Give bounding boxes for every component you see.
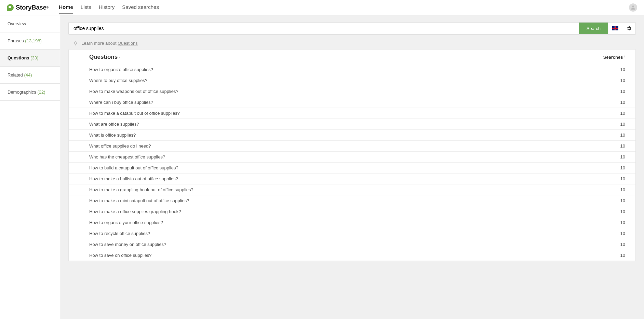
sidebar-item-label: Related bbox=[8, 72, 23, 78]
gear-icon bbox=[626, 26, 632, 31]
user-icon bbox=[630, 4, 636, 11]
sidebar-item-count: (22) bbox=[37, 89, 45, 95]
question-text: Who has the cheapest office supplies? bbox=[89, 154, 620, 160]
topbar: StoryBase® Home Lists History Saved sear… bbox=[0, 0, 644, 15]
sidebar-item-label: Overview bbox=[8, 21, 26, 26]
search-input[interactable] bbox=[69, 23, 579, 34]
question-text: How to organize office supplies? bbox=[89, 67, 620, 72]
sidebar-item-label: Phrases bbox=[8, 38, 24, 43]
table-row[interactable]: How to make a grappling hook out of offi… bbox=[69, 184, 635, 195]
table-row[interactable]: What is office supplies?10 bbox=[69, 130, 635, 141]
sidebar-item-count: (44) bbox=[24, 72, 32, 78]
sidebar-item-count: (33) bbox=[30, 55, 38, 60]
searches-header[interactable]: Searchesi bbox=[603, 55, 625, 60]
questions-panel: Questionsi Searchesi How to organize off… bbox=[68, 49, 636, 261]
table-row[interactable]: How to organize office supplies?10 bbox=[69, 64, 635, 75]
sidebar-item-overview[interactable]: Overview bbox=[0, 15, 60, 32]
question-text: How to make a ballista out of office sup… bbox=[89, 176, 620, 181]
panel-title: Questions bbox=[89, 54, 118, 60]
question-text: How to recycle office supplies? bbox=[89, 231, 620, 236]
sidebar-item-questions[interactable]: Questions (33) bbox=[0, 50, 60, 67]
sidebar-item-demographics[interactable]: Demographics (22) bbox=[0, 84, 60, 101]
table-row[interactable]: What are office supplies?10 bbox=[69, 119, 635, 130]
question-text: What is office supplies? bbox=[89, 133, 620, 138]
table-row[interactable]: Where to buy office supplies?10 bbox=[69, 75, 635, 86]
searches-value: 10 bbox=[620, 100, 625, 105]
searches-value: 10 bbox=[620, 220, 625, 225]
searches-value: 10 bbox=[620, 198, 625, 203]
question-text: What office supplies do i need? bbox=[89, 143, 620, 149]
searches-value: 10 bbox=[620, 122, 625, 127]
nav-lists[interactable]: Lists bbox=[81, 1, 91, 14]
table-row[interactable]: Who has the cheapest office supplies?10 bbox=[69, 152, 635, 163]
searches-value: 10 bbox=[620, 67, 625, 72]
question-text: How to make a mini catapult out of offic… bbox=[89, 198, 620, 203]
question-text: How to make a catapult out of office sup… bbox=[89, 111, 620, 116]
question-text: How to organize your office supplies? bbox=[89, 220, 620, 225]
question-text: Where can i buy office supplies? bbox=[89, 100, 620, 105]
question-text: How to make a grappling hook out of offi… bbox=[89, 187, 620, 192]
table-row[interactable]: Where can i buy office supplies?10 bbox=[69, 97, 635, 108]
searches-value: 10 bbox=[620, 154, 625, 160]
logo-text: StoryBase bbox=[16, 4, 46, 11]
info-icon[interactable]: i bbox=[119, 55, 120, 59]
logo-registered: ® bbox=[46, 6, 49, 9]
sidebar-item-label: Demographics bbox=[8, 89, 36, 95]
hint-prefix: Learn more about bbox=[81, 41, 118, 46]
question-text: How to save on office supplies? bbox=[89, 253, 620, 258]
searches-value: 10 bbox=[620, 89, 625, 94]
searches-value: 10 bbox=[620, 143, 625, 149]
search-bar: Search bbox=[68, 22, 636, 34]
lightbulb-icon bbox=[73, 41, 78, 46]
nav-history[interactable]: History bbox=[99, 1, 115, 14]
table-row[interactable]: How to make a mini catapult out of offic… bbox=[69, 195, 635, 206]
searches-value: 10 bbox=[620, 133, 625, 138]
table-row[interactable]: How to make a catapult out of office sup… bbox=[69, 108, 635, 119]
table-row[interactable]: What office supplies do i need?10 bbox=[69, 141, 635, 152]
searches-value: 10 bbox=[620, 176, 625, 181]
question-text: How to save money on office supplies? bbox=[89, 242, 620, 247]
table-row[interactable]: How to make a ballista out of office sup… bbox=[69, 174, 635, 184]
language-button[interactable] bbox=[608, 23, 622, 34]
flag-uk-icon bbox=[612, 26, 618, 30]
searches-value: 10 bbox=[620, 242, 625, 247]
sidebar-item-related[interactable]: Related (44) bbox=[0, 67, 60, 84]
searches-value: 10 bbox=[620, 111, 625, 116]
searches-value: 10 bbox=[620, 165, 625, 170]
nav-home[interactable]: Home bbox=[59, 1, 73, 14]
table-row[interactable]: How to organize your office supplies?10 bbox=[69, 217, 635, 228]
sidebar-item-phrases[interactable]: Phrases (13,198) bbox=[0, 32, 60, 50]
table-row[interactable]: How to build a catapult out of office su… bbox=[69, 163, 635, 174]
avatar[interactable] bbox=[629, 3, 637, 12]
question-text: How to build a catapult out of office su… bbox=[89, 165, 620, 170]
panel-header: Questionsi Searchesi bbox=[69, 50, 635, 64]
table-body: How to organize office supplies?10Where … bbox=[69, 64, 635, 261]
table-row[interactable]: How to recycle office supplies?10 bbox=[69, 228, 635, 239]
select-all-checkbox[interactable] bbox=[79, 55, 83, 59]
logo-icon bbox=[7, 4, 14, 11]
question-text: How to make a office supplies grappling … bbox=[89, 209, 620, 214]
searches-value: 10 bbox=[620, 78, 625, 83]
question-text: Where to buy office supplies? bbox=[89, 78, 620, 83]
hint-link[interactable]: Questions bbox=[118, 41, 138, 46]
table-row[interactable]: How to save on office supplies?10 bbox=[69, 250, 635, 261]
main: Search Learn more about Questions Questi… bbox=[60, 15, 644, 319]
table-row[interactable]: How to make a office supplies grappling … bbox=[69, 206, 635, 217]
searches-value: 10 bbox=[620, 209, 625, 214]
table-row[interactable]: How to make weapons out of office suppli… bbox=[69, 86, 635, 97]
top-nav: Home Lists History Saved searches bbox=[59, 1, 159, 14]
logo[interactable]: StoryBase® bbox=[7, 4, 49, 11]
table-row[interactable]: How to save money on office supplies?10 bbox=[69, 239, 635, 250]
searches-value: 10 bbox=[620, 187, 625, 192]
info-icon[interactable]: i bbox=[624, 55, 625, 58]
searches-value: 10 bbox=[620, 231, 625, 236]
sidebar-item-count: (13,198) bbox=[25, 38, 41, 43]
searches-value: 10 bbox=[620, 253, 625, 258]
settings-button[interactable] bbox=[622, 23, 635, 34]
sidebar: Overview Phrases (13,198) Questions (33)… bbox=[0, 15, 60, 319]
nav-saved-searches[interactable]: Saved searches bbox=[122, 1, 159, 14]
search-button[interactable]: Search bbox=[579, 23, 608, 34]
question-text: What are office supplies? bbox=[89, 122, 620, 127]
hint: Learn more about Questions bbox=[68, 34, 636, 49]
hint-text: Learn more about Questions bbox=[81, 41, 138, 46]
